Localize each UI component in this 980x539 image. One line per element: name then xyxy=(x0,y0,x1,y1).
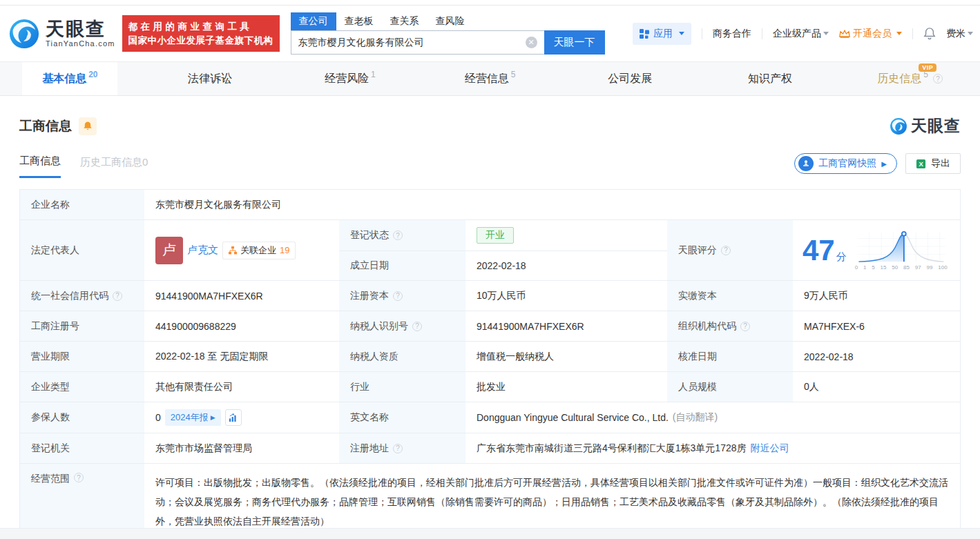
english-name-text: Dongguan Yingyue Cultural Service Co., L… xyxy=(477,412,669,423)
company-name-label: 企业名称 xyxy=(20,190,144,219)
score-distribution-chart: 0 1 5 15 50 85 97 99 100 xyxy=(854,230,949,271)
search-tab-company[interactable]: 查公司 xyxy=(291,12,336,30)
reg-address-label: 注册地址 xyxy=(339,433,465,463)
reg-capital-label: 注册资本 xyxy=(339,281,465,311)
divider xyxy=(912,28,913,39)
help-icon[interactable] xyxy=(393,444,403,453)
tab-basic-info-inner: 基本信息 20 xyxy=(22,62,117,95)
tick: 1 xyxy=(863,264,866,271)
tab-label: 法律诉讼 xyxy=(188,72,232,86)
nav-open-vip[interactable]: 开通会员 xyxy=(839,28,902,40)
subtab-business-info[interactable]: 工商信息 xyxy=(19,155,61,178)
business-term-label: 营业期限 xyxy=(20,342,144,371)
table-subrow: 登记状态 开业 xyxy=(339,220,667,251)
help-icon[interactable] xyxy=(113,291,122,301)
apps-label: 应用 xyxy=(653,28,673,40)
insured-value: 0 2024年报 ▶ xyxy=(144,402,339,433)
tab-history-info[interactable]: 历史信息 VIP 5 xyxy=(840,62,980,95)
tick: 100 xyxy=(938,264,947,271)
tab-company-development[interactable]: 公司发展 xyxy=(560,62,700,95)
tab-basic-info[interactable]: 基本信息 20 xyxy=(0,62,140,95)
search-button[interactable]: 天眼一下 xyxy=(544,30,605,55)
staff-size-label: 人员规模 xyxy=(667,372,793,402)
search-tab-relation[interactable]: 查关系 xyxy=(382,12,427,30)
company-section-tabs: 基本信息 20 法律诉讼 经营风险 1 经营信息 5 公司发展 知识产权 历史信… xyxy=(0,61,980,96)
excel-icon: X xyxy=(916,159,926,169)
credit-code-value: 91441900MA7HFXEX6R xyxy=(144,281,339,311)
nav-enterprise[interactable]: 企业级产品 xyxy=(773,28,829,40)
taxpayer-id-label-text: 纳税人识别号 xyxy=(350,320,408,333)
tab-legal[interactable]: 法律诉讼 xyxy=(140,62,280,95)
monitor-bell-icon[interactable] xyxy=(79,117,97,135)
help-icon[interactable] xyxy=(393,291,403,301)
industry-label: 行业 xyxy=(339,372,465,402)
crown-icon xyxy=(839,29,850,39)
clear-search-icon[interactable] xyxy=(526,37,537,48)
related-companies-badge[interactable]: 关联企业 19 xyxy=(222,242,296,259)
tick: 0 xyxy=(855,264,858,271)
logo-texts: 天眼查 TianYanCha.com xyxy=(46,19,115,48)
tick: 99 xyxy=(927,264,933,271)
tab-label: 历史信息 xyxy=(877,72,921,84)
help-icon[interactable] xyxy=(933,74,943,84)
approval-date-value: 2022-02-18 xyxy=(793,342,960,371)
search-tab-boss[interactable]: 查老板 xyxy=(336,12,382,30)
nearby-companies-link[interactable]: 附近公司 xyxy=(751,442,789,455)
search-input[interactable] xyxy=(291,30,544,55)
trend-chart-icon[interactable] xyxy=(225,409,242,426)
paid-capital-value: 9万人民币 xyxy=(793,281,960,311)
apps-menu[interactable]: 应用 xyxy=(633,23,691,45)
credit-code-label-text: 统一社会信用代码 xyxy=(31,290,108,302)
establish-date-value: 2022-02-18 xyxy=(465,251,667,280)
tab-operating-info-inner: 经营信息 5 xyxy=(452,62,528,95)
logo-brand-text: 天眼查 xyxy=(46,19,115,39)
page-background-strip xyxy=(0,528,980,539)
tab-history-info-inner: 历史信息 VIP 5 xyxy=(865,62,955,95)
tab-operating-risk[interactable]: 经营风险 1 xyxy=(280,62,420,95)
reg-number-label: 工商注册号 xyxy=(20,311,144,341)
search-tab-risk[interactable]: 查风险 xyxy=(427,12,473,30)
legal-rep-name-link[interactable]: 卢克文 xyxy=(187,244,218,257)
subtab-history-business-info[interactable]: 历史工商信息0 xyxy=(80,156,148,177)
promo-line2: 国家中小企业发展子基金旗下机构 xyxy=(128,34,273,48)
legal-rep-avatar[interactable]: 卢 xyxy=(155,237,183,264)
org-code-label-text: 组织机构代码 xyxy=(678,320,736,333)
help-icon[interactable] xyxy=(740,322,750,331)
reg-status-label: 登记状态 xyxy=(339,220,465,251)
tab-label: 经营信息 xyxy=(465,72,509,86)
section-title: 工商信息 xyxy=(19,117,72,135)
tab-label: 经营风险 xyxy=(325,72,369,86)
svg-text:X: X xyxy=(919,161,923,168)
help-icon[interactable] xyxy=(74,473,84,482)
site-logo[interactable]: 天眼查 TianYanCha.com xyxy=(8,18,115,50)
search-row: 天眼一下 xyxy=(291,30,605,55)
nav-user-menu[interactable]: 费米 xyxy=(946,28,973,40)
help-icon[interactable] xyxy=(393,231,403,240)
related-companies-count: 19 xyxy=(280,245,289,255)
taxpayer-id-label: 纳税人识别号 xyxy=(339,311,465,341)
paid-capital-label: 实缴资本 xyxy=(667,281,793,311)
tab-operating-info[interactable]: 经营信息 5 xyxy=(420,62,560,95)
company-name-value: 东莞市樱月文化服务有限公司 xyxy=(144,190,960,219)
reg-status-label-text: 登记状态 xyxy=(350,229,389,242)
chevron-down-icon xyxy=(968,32,973,35)
promo-line1: 都在用的商业查询工具 xyxy=(128,20,273,34)
reg-capital-label-text: 注册资本 xyxy=(350,290,389,302)
help-icon[interactable] xyxy=(412,322,422,331)
watermark-text: 天眼查 xyxy=(911,115,961,137)
search-input-wrap xyxy=(291,30,544,55)
tab-legal-inner: 法律诉讼 xyxy=(175,62,244,95)
help-icon[interactable] xyxy=(721,246,731,255)
official-snapshot-button[interactable]: 工商官网快照 ▶ xyxy=(794,153,897,174)
insured-label: 参保人数 xyxy=(20,402,144,433)
nav-open-vip-label: 开通会员 xyxy=(853,28,892,40)
annual-report-badge[interactable]: 2024年报 ▶ xyxy=(165,409,221,426)
export-button[interactable]: X 导出 xyxy=(905,153,961,174)
tab-label: 公司发展 xyxy=(608,72,652,86)
tab-intellectual-property[interactable]: 知识产权 xyxy=(700,62,840,95)
logo-domain-text: TianYanCha.com xyxy=(46,40,115,48)
notification-bell-icon[interactable] xyxy=(923,27,936,40)
nav-cooperation[interactable]: 商务合作 xyxy=(713,28,751,40)
table-row: 企业类型 其他有限责任公司 行业 批发业 人员规模 0人 xyxy=(20,372,960,402)
subtab-actions: 工商官网快照 ▶ X 导出 xyxy=(794,153,961,179)
